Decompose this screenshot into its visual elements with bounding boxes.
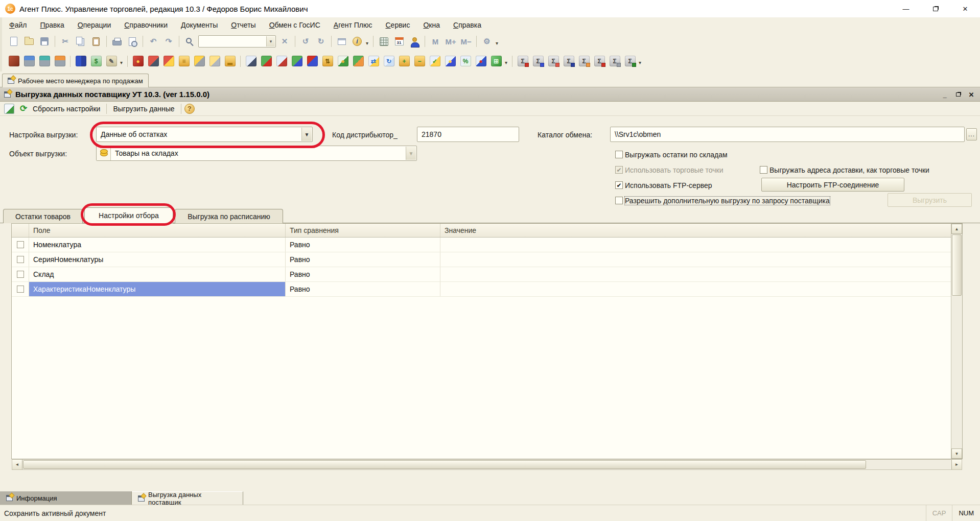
row-checkbox-cell[interactable] xyxy=(12,267,29,281)
scroll-right-icon[interactable]: ► xyxy=(951,460,962,469)
tab-filter-settings[interactable]: Настройки отбора xyxy=(84,207,173,223)
horizontal-scrollbar[interactable]: ◄ ► xyxy=(12,459,962,470)
checkbox-export-by-warehouse[interactable]: Выгружать остатки по складам xyxy=(615,151,728,159)
windows-icon[interactable] xyxy=(335,35,348,48)
report-flag-orange-icon[interactable]: Σ xyxy=(577,55,591,67)
cell-value[interactable] xyxy=(440,282,951,296)
coins-balance-icon[interactable]: ▂ xyxy=(223,55,237,67)
service-settings-icon[interactable]: ⚙ xyxy=(480,35,494,48)
scroll-left-icon[interactable]: ◄ xyxy=(12,460,22,469)
save-icon[interactable] xyxy=(38,35,51,48)
scroll-up-icon[interactable]: ▲ xyxy=(951,224,962,234)
browse-button[interactable]: ... xyxy=(966,128,977,140)
doc-percent-icon[interactable]: % xyxy=(459,55,472,67)
sales-order-icon[interactable] xyxy=(275,55,288,67)
menu-item-1[interactable]: Правка xyxy=(40,21,64,29)
report-check-icon[interactable]: Σ xyxy=(623,55,637,67)
doc-refresh-icon[interactable]: ↻ xyxy=(382,55,395,67)
calendar-icon[interactable]: 31 xyxy=(392,35,406,48)
export-setting-combobox[interactable]: Данные об остатках ▼ xyxy=(96,127,313,142)
checkbox-allow-additional-export[interactable]: Разрешить дополнительную выгрузку по зап… xyxy=(615,197,830,205)
report-check-icon-dropdown-icon[interactable]: ▾ xyxy=(639,60,641,65)
find-icon[interactable] xyxy=(183,35,196,48)
coins-transfer-icon[interactable]: ⇅ xyxy=(321,55,334,67)
scrollbar-thumb[interactable] xyxy=(23,460,866,469)
checkbox-export-delivery-addresses[interactable]: Выгружать адреса доставки, как торговые … xyxy=(760,166,929,174)
header-value[interactable]: Значение xyxy=(440,224,951,237)
report-sum-red-icon[interactable]: Σ xyxy=(516,55,529,67)
row-checkbox-cell[interactable] xyxy=(12,238,29,252)
report-list-icon[interactable]: Σ xyxy=(608,55,621,67)
exchange-dir-input[interactable]: \\Srv1c\obmen xyxy=(610,127,965,142)
checkbox-icon[interactable] xyxy=(17,286,24,293)
open-icon[interactable] xyxy=(22,35,36,48)
print-document-icon[interactable] xyxy=(38,55,51,67)
info-icon[interactable]: i xyxy=(351,35,364,48)
user-monitor-icon[interactable] xyxy=(408,35,421,48)
counterparties-icon[interactable] xyxy=(74,55,87,67)
calculator-icon[interactable] xyxy=(377,35,390,48)
row-checkbox-cell[interactable] xyxy=(12,252,29,267)
reset-settings-button[interactable]: Сбросить настройки xyxy=(30,103,103,114)
coins-measure-icon[interactable] xyxy=(208,55,221,67)
receipt-blue-icon[interactable] xyxy=(290,55,304,67)
configure-ftp-button[interactable]: Настроить FTP-соединение xyxy=(761,178,904,192)
cell-comparison[interactable]: Равно xyxy=(286,267,440,281)
structure-tree-icon-dropdown-icon[interactable]: ▾ xyxy=(505,60,507,65)
doc-coin-green-icon[interactable]: ● xyxy=(336,55,349,67)
memory-minus-icon[interactable]: M− xyxy=(459,35,473,48)
header-field[interactable]: Поле xyxy=(29,224,286,237)
table-row[interactable]: СерияНоменклатуры Равно xyxy=(12,252,951,267)
undo-icon[interactable]: ↶ xyxy=(147,35,160,48)
cell-value[interactable] xyxy=(440,238,951,252)
client-cart-icon[interactable] xyxy=(147,55,160,67)
cash-register-icon[interactable]: ✎ xyxy=(105,55,118,67)
back-icon[interactable]: ↺ xyxy=(299,35,312,48)
redo-icon[interactable]: ↷ xyxy=(162,35,175,48)
cell-field[interactable]: ХарактеристикаНоменклатуры xyxy=(29,282,286,296)
menu-item-3[interactable]: Справочники xyxy=(124,21,168,29)
menu-item-6[interactable]: Обмен с ГосИС xyxy=(269,21,320,29)
shipment-blue-icon[interactable] xyxy=(306,55,319,67)
cell-value[interactable] xyxy=(440,252,951,267)
doc-close-button[interactable]: ✕ xyxy=(965,89,978,100)
coins-stack-icon[interactable]: ≡ xyxy=(177,55,191,67)
table-row[interactable]: Номенклатура Равно xyxy=(12,238,951,252)
menu-item-5[interactable]: Отчеты xyxy=(231,21,255,29)
info-icon-dropdown-icon[interactable]: ▾ xyxy=(366,40,368,46)
structure-tree-icon[interactable]: ⊞ xyxy=(489,55,503,67)
coins-warehouse-icon[interactable] xyxy=(193,55,206,67)
import-settings-icon[interactable] xyxy=(4,104,14,114)
cell-field[interactable]: Номенклатура xyxy=(29,238,286,252)
distributor-code-input[interactable]: 21870 xyxy=(417,127,519,142)
report-clients-icon[interactable]: Σ xyxy=(547,55,560,67)
scrollbar-thumb[interactable] xyxy=(952,234,962,296)
menu-item-10[interactable]: Справка xyxy=(453,21,481,29)
clear-find-icon[interactable]: ✕ xyxy=(278,35,291,48)
menu-item-4[interactable]: Документы xyxy=(181,21,218,29)
doc-minimize-button[interactable]: _ xyxy=(938,89,951,100)
close-button[interactable]: ✕ xyxy=(950,0,980,17)
doc-restore-button[interactable] xyxy=(951,89,965,100)
find-combobox[interactable]: ▾ xyxy=(198,35,276,48)
coins-add-icon[interactable]: + xyxy=(398,55,411,67)
checkbox-icon[interactable] xyxy=(17,256,24,263)
print-preview-icon[interactable] xyxy=(126,35,139,48)
tab-workplace-sales-manager[interactable]: Рабочее место менеджера по продажам xyxy=(2,74,149,87)
cell-value[interactable] xyxy=(440,267,951,281)
checkbox-use-ftp-server[interactable]: Использовать FTP-сервер xyxy=(615,181,712,190)
minimize-button[interactable]: — xyxy=(891,0,921,17)
receipt-red-icon[interactable] xyxy=(260,55,273,67)
menu-item-7[interactable]: Агент Плюс xyxy=(334,21,372,29)
chevron-down-icon[interactable]: ▼ xyxy=(301,128,312,141)
vertical-scrollbar[interactable]: ▲ ▼ xyxy=(951,224,962,459)
catalog-cabinet-icon[interactable] xyxy=(7,55,20,67)
table-row-selected[interactable]: ХарактеристикаНоменклатуры Равно xyxy=(12,282,951,297)
doc-coins-check-icon[interactable]: ✓ xyxy=(428,55,441,67)
client-payment-icon[interactable]: ● xyxy=(131,55,145,67)
menu-item-8[interactable]: Сервис xyxy=(385,21,410,29)
doc-coins-blue-icon[interactable]: ● xyxy=(444,55,457,67)
cash-register-icon-dropdown-icon[interactable]: ▾ xyxy=(120,60,123,65)
export-data-button[interactable]: Выгрузить данные xyxy=(110,103,177,114)
print-icon[interactable] xyxy=(110,35,124,48)
